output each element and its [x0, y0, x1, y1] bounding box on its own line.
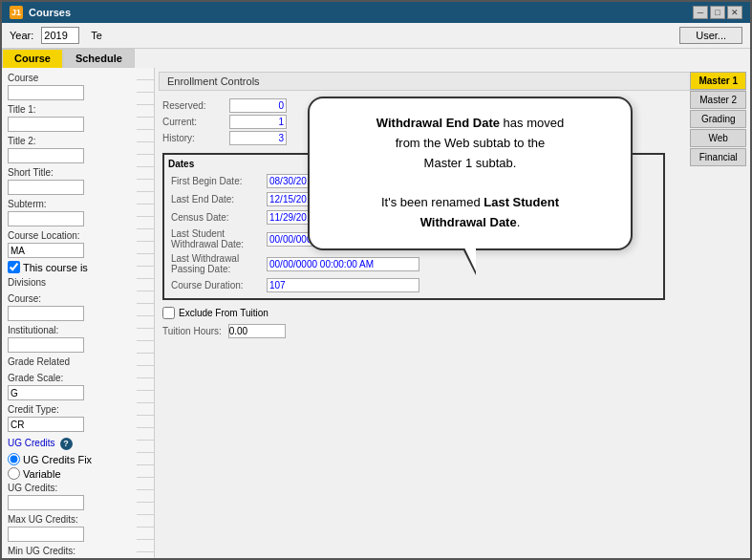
checkbox-this-course: This course is — [8, 261, 148, 273]
ug-credits-help-icon[interactable]: ? — [60, 438, 73, 450]
field-label-max-ug: Max UG Credits: — [8, 513, 148, 527]
window-title: Courses — [29, 7, 71, 18]
history-input[interactable] — [229, 131, 287, 145]
user-button[interactable]: User... — [679, 27, 742, 44]
tuition-row: Tuition Hours: — [159, 322, 669, 340]
tab-schedule[interactable]: Schedule — [63, 49, 135, 68]
field-input-div-course[interactable] — [8, 306, 84, 321]
date-row-course-duration: Course Duration: — [168, 276, 659, 294]
exclude-row: Exclude From Tuition — [159, 304, 669, 322]
main-window: J1 Courses ─ □ ✕ Year: Te User... Course… — [0, 0, 752, 560]
tooltip-bubble: Withdrawal End Date has movedfrom the We… — [308, 97, 633, 250]
subtab-grading[interactable]: Grading — [690, 110, 746, 128]
last-withdrawal-passing-input[interactable] — [267, 257, 419, 271]
field-input-institutional[interactable] — [8, 337, 84, 353]
title-bar: J1 Courses ─ □ ✕ — [2, 2, 750, 23]
last-withdrawal-passing-label: Last WithdrawalPassing Date: — [168, 251, 264, 276]
field-label-short-title: Short Title: — [8, 166, 148, 180]
close-button[interactable]: ✕ — [727, 6, 742, 19]
subtab-financial[interactable]: Financial — [690, 148, 746, 166]
current-label: Current: — [162, 117, 229, 127]
field-course-location: Course Location: — [8, 229, 148, 258]
last-student-withdrawal-label: Last StudentWithdrawal Date: — [168, 226, 264, 251]
field-label-div-course: Course: — [8, 292, 148, 306]
field-grade-related: Grade Related — [8, 355, 148, 369]
app-icon: J1 — [10, 6, 23, 19]
top-toolbar: Year: Te User... — [2, 23, 750, 49]
field-label-min-ug: Min UG Credits: — [8, 545, 148, 558]
year-input[interactable] — [41, 27, 79, 44]
exclude-checkbox[interactable] — [162, 307, 175, 319]
field-grade-scale: Grade Scale: — [8, 372, 148, 400]
radio-fixed-input[interactable] — [8, 453, 20, 465]
field-title2: Title 2: — [8, 135, 148, 163]
field-input-short-title[interactable] — [8, 180, 84, 195]
field-title1: Title 1: — [8, 103, 148, 132]
field-subterm: Subterm: — [8, 198, 148, 226]
reserved-input[interactable] — [229, 98, 287, 113]
field-input-course[interactable] — [8, 85, 84, 100]
field-div-course: Course: — [8, 292, 148, 321]
exclude-label: Exclude From Tuition — [179, 308, 269, 318]
right-panel: Enrollment Controls ▲ Master 1 Master 2 … — [155, 68, 750, 558]
field-label-grade-related: Grade Related — [8, 355, 148, 369]
field-input-title2[interactable] — [8, 148, 84, 163]
radio-ug-credits-fixed: UG Credits Fix — [8, 453, 148, 465]
subtab-web[interactable]: Web — [690, 129, 746, 147]
field-input-course-location[interactable] — [8, 243, 84, 258]
radio-variable-input[interactable] — [8, 467, 20, 480]
field-label-title1: Title 1: — [8, 103, 148, 117]
census-label: Census Date: — [168, 208, 264, 226]
tuition-input[interactable] — [228, 324, 286, 338]
this-course-checkbox[interactable] — [8, 261, 20, 273]
radio-fixed-label: UG Credits Fix — [23, 454, 92, 465]
ug-credits-label: UG Credits — [8, 438, 54, 448]
field-ug-credits-val: UG Credits: — [8, 482, 148, 510]
main-body: Course Title 1: Title 2: Short Title: Su… — [2, 68, 750, 558]
field-label-ug-credits-val: UG Credits: — [8, 482, 148, 495]
tabs-row: Course Schedule — [2, 49, 750, 68]
course-duration-input[interactable] — [267, 278, 419, 292]
subtab-master2[interactable]: Master 2 — [690, 91, 746, 109]
tooltip-text: Withdrawal End Date has movedfrom the We… — [329, 114, 612, 233]
history-label: History: — [162, 133, 229, 143]
field-max-ug: Max UG Credits: — [8, 513, 148, 542]
radio-variable-label: Variable — [23, 468, 61, 480]
year-label: Year: — [10, 30, 33, 41]
field-ug-credits: UG Credits ? — [8, 436, 148, 450]
radio-variable: Variable — [8, 467, 148, 480]
field-divisions: Divisions — [8, 276, 148, 290]
tuition-label: Tuition Hours: — [162, 326, 222, 336]
field-input-max-ug[interactable] — [8, 527, 84, 542]
field-label-title2: Title 2: — [8, 135, 148, 148]
subtab-master1[interactable]: Master 1 — [690, 72, 746, 90]
left-panel: Course Title 1: Title 2: Short Title: Su… — [2, 68, 155, 558]
first-begin-label: First Begin Date: — [168, 172, 264, 190]
te-label: Te — [91, 30, 102, 41]
this-course-label: This course is — [23, 262, 88, 273]
field-input-title1[interactable] — [8, 117, 84, 132]
reserved-label: Reserved: — [162, 100, 229, 111]
title-bar-left: J1 Courses — [10, 6, 71, 19]
enrollment-header: Enrollment Controls ▲ — [159, 72, 746, 91]
field-institutional: Institutional: — [8, 324, 148, 353]
field-input-credit-type[interactable] — [8, 417, 84, 432]
field-label-institutional: Institutional: — [8, 324, 148, 337]
course-duration-label: Course Duration: — [168, 276, 264, 294]
field-label-divisions: Divisions — [8, 276, 148, 290]
field-short-title: Short Title: — [8, 166, 148, 195]
right-subtabs: Master 1 Master 2 Grading Web Financial — [690, 72, 746, 166]
minimize-button[interactable]: ─ — [693, 6, 708, 19]
tab-course[interactable]: Course — [2, 49, 63, 68]
date-row-last-withdrawal-passing: Last WithdrawalPassing Date: — [168, 251, 659, 276]
tooltip-line1: Withdrawal End Date has movedfrom the We… — [329, 114, 612, 173]
field-label-grade-scale: Grade Scale: — [8, 372, 148, 385]
field-label-credit-type: Credit Type: — [8, 403, 148, 417]
field-input-ug-credits-val[interactable] — [8, 495, 84, 510]
maximize-button[interactable]: □ — [710, 6, 725, 19]
field-input-grade-scale[interactable] — [8, 385, 84, 400]
tooltip-line2: It's been renamed Last StudentWithdrawal… — [329, 193, 612, 233]
field-input-subterm[interactable] — [8, 211, 84, 226]
window-controls: ─ □ ✕ — [693, 6, 742, 19]
current-input[interactable] — [229, 115, 287, 129]
